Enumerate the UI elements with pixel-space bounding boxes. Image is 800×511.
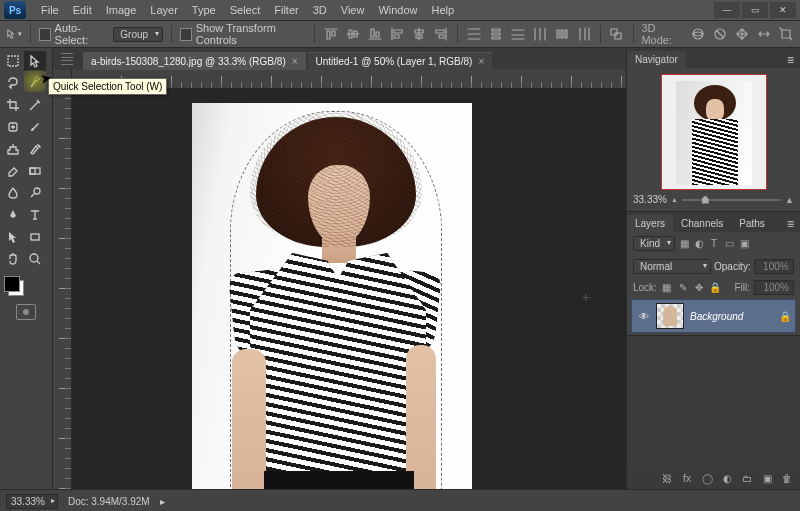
document-tab-1[interactable]: a-birds-150308_1280.jpg @ 33.3% (RGB/8)×	[83, 52, 306, 70]
auto-select-scope-combo[interactable]: Group	[113, 27, 163, 42]
window-minimize-button[interactable]: —	[714, 2, 740, 18]
align-hcenter-icon[interactable]	[411, 25, 427, 43]
3d-scale-icon[interactable]	[778, 25, 794, 43]
dodge-tool[interactable]	[24, 183, 46, 203]
zoom-field[interactable]: 33.33%	[6, 494, 58, 509]
menu-edit[interactable]: Edit	[66, 0, 99, 20]
window-close-button[interactable]: ✕	[770, 2, 796, 18]
align-top-icon[interactable]	[323, 25, 339, 43]
distribute-vcenter-icon[interactable]	[488, 25, 504, 43]
tab-grip-icon[interactable]	[61, 52, 73, 66]
menu-select[interactable]: Select	[223, 0, 268, 20]
layer-name[interactable]: Background	[690, 311, 775, 322]
auto-align-icon[interactable]	[608, 25, 624, 43]
3d-roll-icon[interactable]	[712, 25, 728, 43]
distribute-left-icon[interactable]	[532, 25, 548, 43]
distribute-bottom-icon[interactable]	[510, 25, 526, 43]
menu-image[interactable]: Image	[99, 0, 144, 20]
navigator-zoom-slider[interactable]	[682, 195, 781, 205]
fill-value[interactable]: 100%	[754, 280, 794, 295]
align-left-icon[interactable]	[389, 25, 405, 43]
channels-tab[interactable]: Channels	[673, 215, 731, 232]
pen-tool[interactable]	[2, 205, 24, 225]
path-selection-tool[interactable]	[2, 227, 24, 247]
rectangle-tool[interactable]	[24, 227, 46, 247]
filter-adjustment-icon[interactable]: ◐	[693, 238, 705, 250]
auto-select-checkbox[interactable]: Auto-Select:	[39, 22, 107, 46]
document-tab-2[interactable]: Untitled-1 @ 50% (Layer 1, RGB/8)×	[308, 52, 493, 70]
layer-filter-kind-combo[interactable]: Kind	[633, 236, 675, 251]
blend-mode-combo[interactable]: Normal	[633, 259, 711, 274]
lock-transparency-icon[interactable]: ▦	[661, 282, 673, 294]
show-transform-checkbox[interactable]: Show Transform Controls	[180, 22, 306, 46]
menu-help[interactable]: Help	[425, 0, 462, 20]
healing-brush-tool[interactable]	[2, 117, 24, 137]
quick-mask-button[interactable]	[16, 304, 36, 320]
opacity-value[interactable]: 100%	[754, 259, 794, 274]
new-layer-icon[interactable]: ▣	[760, 471, 774, 485]
close-tab-icon[interactable]: ×	[478, 56, 484, 67]
layer-row-background[interactable]: 👁 Background 🔒	[631, 299, 796, 333]
panel-menu-icon[interactable]: ≡	[781, 52, 800, 68]
status-menu-icon[interactable]: ▸	[160, 496, 165, 507]
zoom-tool[interactable]	[24, 249, 46, 269]
filter-smart-icon[interactable]: ▣	[738, 238, 750, 250]
zoom-out-icon[interactable]: ▲	[671, 196, 678, 203]
hand-tool[interactable]	[2, 249, 24, 269]
navigator-thumbnail[interactable]	[661, 74, 767, 190]
move-tool[interactable]	[24, 51, 46, 71]
trash-icon[interactable]: 🗑	[780, 471, 794, 485]
type-tool[interactable]	[24, 205, 46, 225]
3d-orbit-icon[interactable]	[690, 25, 706, 43]
align-bottom-icon[interactable]	[367, 25, 383, 43]
navigator-tab[interactable]: Navigator	[627, 51, 686, 68]
distribute-hcenter-icon[interactable]	[554, 25, 570, 43]
menu-type[interactable]: Type	[185, 0, 223, 20]
filter-pixel-icon[interactable]: ▦	[678, 238, 690, 250]
filter-type-icon[interactable]: T	[708, 238, 720, 250]
lock-pixels-icon[interactable]: ✎	[677, 282, 689, 294]
layer-thumbnail[interactable]	[656, 303, 684, 329]
layer-visibility-icon[interactable]: 👁	[632, 311, 656, 322]
panel-menu-icon[interactable]: ≡	[781, 216, 800, 232]
menu-window[interactable]: Window	[371, 0, 424, 20]
menu-layer[interactable]: Layer	[143, 0, 185, 20]
clone-stamp-tool[interactable]	[2, 139, 24, 159]
filter-shape-icon[interactable]: ▭	[723, 238, 735, 250]
layer-locked-icon[interactable]: 🔒	[775, 311, 795, 322]
close-tab-icon[interactable]: ×	[292, 56, 298, 67]
layer-fx-icon[interactable]: fx	[680, 471, 694, 485]
menu-3d[interactable]: 3D	[306, 0, 334, 20]
adjustment-layer-icon[interactable]: ◐	[720, 471, 734, 485]
blur-tool[interactable]	[2, 183, 24, 203]
3d-pan-icon[interactable]	[734, 25, 750, 43]
distribute-right-icon[interactable]	[576, 25, 592, 43]
paths-tab[interactable]: Paths	[731, 215, 773, 232]
history-brush-tool[interactable]	[24, 139, 46, 159]
eyedropper-tool[interactable]	[24, 95, 46, 115]
align-vcenter-icon[interactable]	[345, 25, 361, 43]
group-icon[interactable]: 🗀	[740, 471, 754, 485]
vertical-ruler[interactable]	[53, 89, 72, 489]
distribute-top-icon[interactable]	[466, 25, 482, 43]
canvas[interactable]: +	[72, 89, 626, 489]
layers-tab[interactable]: Layers	[627, 215, 673, 232]
lasso-tool[interactable]	[2, 73, 24, 93]
rect-marquee-tool[interactable]	[2, 51, 24, 71]
3d-slide-icon[interactable]	[756, 25, 772, 43]
menu-view[interactable]: View	[334, 0, 372, 20]
layer-mask-icon[interactable]: ◯	[700, 471, 714, 485]
lock-position-icon[interactable]: ✥	[693, 282, 705, 294]
zoom-in-icon[interactable]: ▲	[785, 195, 794, 205]
lock-all-icon[interactable]: 🔒	[709, 282, 721, 294]
menu-filter[interactable]: Filter	[267, 0, 305, 20]
gradient-tool[interactable]	[24, 161, 46, 181]
window-maximize-button[interactable]: ▭	[742, 2, 768, 18]
brush-tool[interactable]	[24, 117, 46, 137]
align-right-icon[interactable]	[433, 25, 449, 43]
menu-file[interactable]: File	[34, 0, 66, 20]
crop-tool[interactable]	[2, 95, 24, 115]
color-swatches[interactable]	[4, 276, 24, 296]
link-layers-icon[interactable]: ⛓	[660, 471, 674, 485]
eraser-tool[interactable]	[2, 161, 24, 181]
